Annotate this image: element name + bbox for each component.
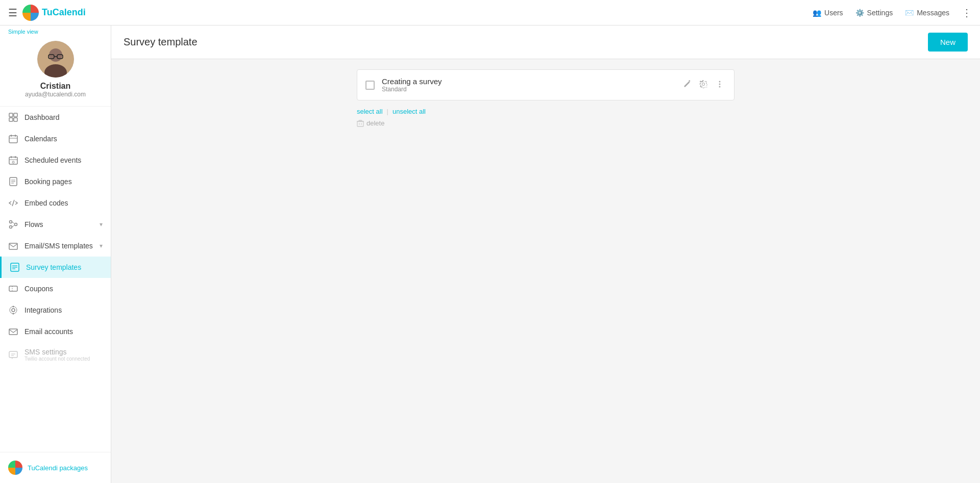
- svg-line-28: [12, 225, 15, 227]
- sms-settings-sublabel: Twilio account not connected: [24, 356, 90, 362]
- topbar: ☰ TuCalendi 👥 Users ⚙️ Settings ✉️ Messa…: [0, 0, 980, 26]
- bulk-actions: select all | unselect all: [357, 108, 734, 115]
- email-accounts-label: Email accounts: [24, 327, 103, 336]
- layout: Simple view Cristian ayuda@tucalendi.com: [0, 26, 980, 483]
- delete-button[interactable]: delete: [357, 119, 734, 127]
- svg-rect-34: [9, 286, 17, 291]
- bulk-delete-wrapper: delete: [357, 119, 734, 127]
- sidebar-item-flows[interactable]: Flows ▾: [0, 214, 111, 235]
- svg-point-46: [719, 86, 721, 87]
- dashboard-label: Dashboard: [24, 113, 103, 121]
- sidebar-item-email-sms[interactable]: Email/SMS templates ▾: [0, 235, 111, 257]
- sidebar-item-booking-pages[interactable]: Booking pages: [0, 171, 111, 192]
- svg-point-25: [15, 223, 17, 226]
- tucalendi-logo-icon: [22, 5, 39, 21]
- svg-rect-8: [9, 118, 13, 121]
- coupons-label: Coupons: [24, 285, 103, 293]
- more-survey-button[interactable]: [714, 78, 726, 92]
- delete-icon: [357, 120, 364, 127]
- sidebar-item-survey-templates[interactable]: Survey templates: [0, 257, 111, 278]
- integrations-icon: [8, 305, 18, 315]
- bulk-separator: |: [387, 108, 388, 115]
- topbar-left: ☰ TuCalendi: [8, 5, 86, 21]
- hamburger-icon[interactable]: ☰: [8, 7, 17, 19]
- bottom-packages-label: TuCalendi packages: [28, 464, 88, 472]
- user-name: Cristian: [8, 82, 103, 91]
- svg-rect-40: [9, 329, 17, 335]
- survey-info: Creating a survey Standard: [382, 77, 674, 93]
- svg-point-18: [12, 161, 14, 163]
- messages-icon: ✉️: [905, 9, 914, 17]
- sidebar-item-integrations[interactable]: Integrations: [0, 299, 111, 321]
- sidebar-item-embed-codes[interactable]: Embed codes: [0, 192, 111, 214]
- new-button[interactable]: New: [928, 33, 968, 52]
- survey-templates-icon: [10, 262, 20, 272]
- email-sms-icon: [8, 241, 18, 251]
- select-all-link[interactable]: select all: [357, 108, 383, 115]
- messages-nav-item[interactable]: ✉️ Messages: [905, 9, 949, 17]
- email-accounts-icon: [8, 326, 18, 337]
- settings-nav-item[interactable]: ⚙️ Settings: [855, 9, 893, 17]
- survey-name: Creating a survey: [382, 77, 674, 86]
- main-body: Creating a survey Standard s: [111, 59, 980, 483]
- settings-survey-button[interactable]: [697, 78, 709, 92]
- users-label: Users: [824, 9, 843, 17]
- user-email: ayuda@tucalendi.com: [8, 91, 103, 98]
- survey-type: Standard: [382, 86, 674, 93]
- avatar-image: [37, 41, 74, 78]
- svg-line-23: [12, 200, 14, 206]
- scheduled-events-icon: [8, 155, 18, 165]
- logo-text: TuCalendi: [42, 7, 86, 18]
- svg-rect-47: [357, 121, 363, 126]
- users-nav-item[interactable]: 👥 Users: [813, 9, 843, 17]
- flows-icon: [8, 219, 18, 230]
- more-icon[interactable]: ⋮: [962, 7, 972, 19]
- avatar: [37, 41, 74, 78]
- topbar-right: 👥 Users ⚙️ Settings ✉️ Messages ⋮: [813, 7, 972, 19]
- sidebar-item-dashboard[interactable]: Dashboard: [0, 107, 111, 128]
- svg-rect-9: [14, 118, 17, 121]
- users-icon: 👥: [813, 9, 821, 17]
- survey-templates-label: Survey templates: [26, 263, 103, 271]
- user-section: Cristian ayuda@tucalendi.com: [0, 35, 111, 107]
- svg-rect-41: [9, 351, 17, 358]
- svg-point-24: [10, 221, 12, 223]
- main-header: Survey template New: [111, 26, 980, 59]
- svg-point-36: [12, 309, 15, 312]
- svg-point-37: [10, 307, 17, 314]
- calendars-icon: [8, 134, 18, 144]
- survey-card: Creating a survey Standard: [357, 69, 734, 100]
- email-sms-chevron-icon: ▾: [100, 242, 103, 249]
- dashboard-icon: [8, 112, 18, 122]
- svg-point-45: [719, 83, 721, 85]
- sidebar-bottom-packages[interactable]: TuCalendi packages: [0, 452, 111, 483]
- svg-point-44: [719, 81, 721, 82]
- flows-label: Flows: [24, 220, 93, 228]
- simple-view-label[interactable]: Simple view: [0, 26, 111, 35]
- svg-point-38: [13, 306, 14, 308]
- email-sms-label: Email/SMS templates: [24, 242, 93, 250]
- svg-line-27: [12, 222, 15, 224]
- unselect-all-link[interactable]: unselect all: [393, 108, 426, 115]
- coupons-icon: [8, 284, 18, 294]
- sidebar: Simple view Cristian ayuda@tucalendi.com: [0, 26, 111, 483]
- svg-point-39: [13, 313, 14, 315]
- survey-checkbox[interactable]: [365, 81, 375, 90]
- survey-actions: [681, 78, 726, 92]
- sidebar-item-coupons[interactable]: Coupons: [0, 278, 111, 299]
- sms-settings-icon: [8, 350, 18, 360]
- sidebar-item-sms-settings[interactable]: SMS settings Twilio account not connecte…: [0, 342, 111, 367]
- svg-rect-10: [9, 136, 17, 143]
- booking-pages-label: Booking pages: [24, 177, 103, 186]
- sidebar-item-calendars[interactable]: Calendars: [0, 128, 111, 149]
- svg-rect-7: [14, 113, 17, 117]
- edit-survey-button[interactable]: [681, 78, 693, 92]
- bottom-logo-icon: [8, 461, 22, 475]
- delete-label: delete: [366, 119, 384, 127]
- calendars-label: Calendars: [24, 135, 103, 143]
- sidebar-item-email-accounts[interactable]: Email accounts: [0, 321, 111, 342]
- sidebar-item-scheduled-events[interactable]: Scheduled events: [0, 149, 111, 171]
- settings-icon: ⚙️: [855, 9, 864, 17]
- page-title: Survey template: [124, 36, 198, 48]
- embed-codes-label: Embed codes: [24, 199, 103, 207]
